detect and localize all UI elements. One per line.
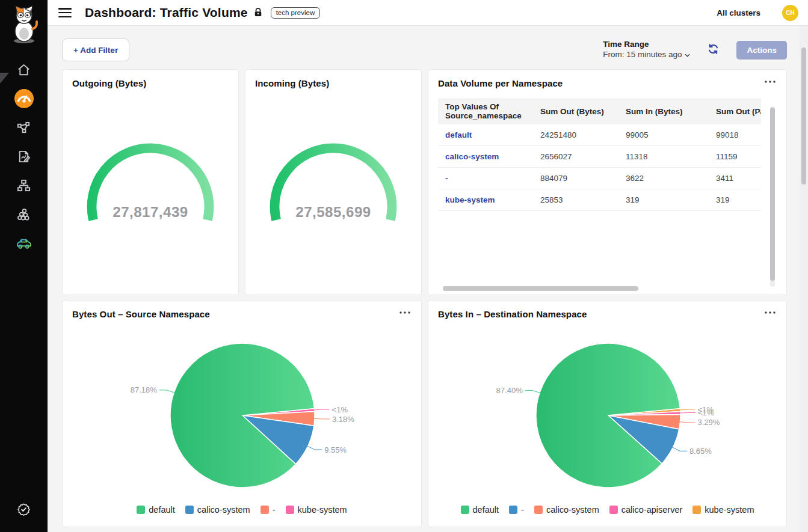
card-outgoing-bytes: Outgoing (Bytes) 27,817,439	[62, 69, 239, 295]
more-options-icon[interactable]	[398, 309, 412, 316]
pie-label: 9.55%	[324, 445, 347, 454]
sidebar	[0, 0, 48, 532]
namespace-link[interactable]: default	[438, 124, 533, 146]
sidebar-item-topology[interactable]	[0, 171, 48, 200]
pie-label-line	[525, 390, 541, 393]
card-incoming-bytes: Incoming (Bytes) 27,585,699	[245, 69, 422, 295]
table-row: -88407936223411	[438, 168, 761, 189]
legend-swatch	[509, 506, 517, 514]
pie-label: 8.65%	[689, 447, 712, 456]
table-vertical-scrollbar[interactable]	[770, 106, 775, 287]
pie-label: <1%	[332, 405, 348, 414]
legend-item-calico-apiserver[interactable]: calico-apiserver	[609, 505, 683, 515]
table-row: kube-system25853319319	[438, 189, 761, 211]
table-row: default242514809900599018	[438, 124, 761, 146]
legend-item-default[interactable]: default	[461, 505, 499, 515]
card-bytes-out-pie: Bytes Out – Source Namespace <1%3.18%9.5…	[62, 300, 422, 527]
table-cell: 3622	[618, 168, 709, 189]
namespace-table: Top Values Of Source_namespaceSum Out (B…	[438, 98, 761, 211]
legend-label: kube-system	[298, 505, 347, 515]
table-column-header: Sum Out (Packet	[709, 98, 761, 124]
sidebar-item-clusters[interactable]	[0, 200, 48, 228]
card-title: Data Volume per Namespace	[438, 78, 563, 88]
legend-label: default	[473, 505, 499, 515]
table-row: calico-system26560271131811159	[438, 146, 761, 168]
pie-chart-bytes-out[interactable]: <1%3.18%9.55%87.18%	[72, 320, 413, 504]
refresh-icon	[707, 48, 720, 57]
cluster-icon	[17, 207, 31, 221]
pie-label-line	[679, 409, 695, 410]
avatar[interactable]: CH	[782, 5, 798, 21]
card-title: Incoming (Bytes)	[255, 78, 412, 88]
legend-swatch	[461, 506, 469, 514]
card-data-volume-table: Data Volume per Namespace Top Values Of …	[428, 69, 787, 295]
time-range-dropdown[interactable]: From: 15 minutes ago	[603, 50, 690, 60]
pie-label-line	[679, 413, 695, 414]
top-header: Dashboard: Traffic Volume tech preview A…	[48, 0, 808, 26]
pie-label-line	[313, 418, 330, 419]
sidebar-item-compliance[interactable]	[0, 495, 48, 524]
legend-item-kube-system[interactable]: kube-system	[692, 505, 754, 515]
service-graph-icon	[17, 121, 31, 135]
sidebar-item-car[interactable]	[0, 228, 48, 257]
car-icon	[16, 237, 32, 249]
sidebar-item-dashboards[interactable]	[0, 84, 48, 113]
more-options-icon[interactable]	[763, 78, 777, 85]
legend-item--[interactable]: -	[509, 505, 524, 515]
pie-label-line	[679, 422, 695, 423]
pie-label: 3.29%	[698, 418, 720, 427]
legend-swatch	[609, 506, 618, 514]
card-title: Bytes In – Destination Namespace	[438, 309, 587, 319]
hamburger-menu-icon[interactable]	[58, 8, 72, 17]
legend-label: calico-system	[546, 505, 599, 515]
legend-label: kube-system	[705, 505, 754, 515]
table-cell: 884079	[533, 168, 618, 189]
namespace-link[interactable]: kube-system	[438, 189, 533, 211]
actions-button[interactable]: Actions	[736, 41, 787, 60]
table-horizontal-scrollbar[interactable]	[438, 286, 768, 291]
more-options-icon[interactable]	[763, 309, 777, 316]
legend-item-calico-system[interactable]: calico-system	[185, 505, 250, 515]
dashboard-gauge-icon	[14, 88, 34, 109]
namespace-link[interactable]: calico-system	[438, 146, 533, 168]
sidebar-item-service-graph[interactable]	[0, 113, 48, 142]
table-cell: 11159	[709, 146, 761, 168]
tech-preview-badge: tech preview	[271, 7, 321, 19]
pie-label: 87.40%	[496, 386, 523, 395]
filter-toolbar: + Add Filter Time Range From: 15 minutes…	[62, 38, 787, 61]
table-cell: 319	[618, 189, 709, 211]
table-column-header: Sum Out (Bytes)	[533, 98, 618, 124]
legend-item-calico-system[interactable]: calico-system	[534, 505, 599, 515]
topology-icon	[17, 179, 31, 192]
legend-item-kube-system[interactable]: kube-system	[286, 505, 347, 515]
report-icon	[17, 150, 31, 164]
pie-label-line	[313, 409, 330, 410]
pie-label: 3.18%	[332, 415, 354, 424]
legend-item-default[interactable]: default	[137, 505, 175, 515]
table-cell: 99005	[618, 124, 709, 146]
legend-item--[interactable]: -	[261, 505, 276, 515]
sidebar-item-reports[interactable]	[0, 142, 48, 171]
page-vertical-scrollbar[interactable]	[800, 26, 808, 532]
pie-label-line	[307, 446, 322, 450]
sidebar-notch	[0, 73, 9, 84]
namespace-link[interactable]: -	[438, 168, 533, 189]
legend-swatch	[692, 506, 701, 514]
legend-label: calico-apiserver	[621, 505, 683, 515]
table-cell: 99018	[709, 124, 761, 146]
legend-swatch	[534, 506, 543, 514]
cluster-selector[interactable]: All clusters	[717, 8, 760, 17]
add-filter-button[interactable]: + Add Filter	[62, 38, 129, 61]
refresh-button[interactable]	[706, 41, 721, 58]
gauge-value: 27,817,439	[113, 204, 188, 220]
legend-swatch	[185, 506, 194, 514]
pie-label-line	[672, 447, 687, 451]
cat-logo[interactable]	[8, 5, 40, 44]
pie-chart-bytes-in[interactable]: <1%<1%3.29%8.65%87.40%	[438, 320, 778, 504]
table-cell: 25853	[533, 189, 618, 211]
gauge-chart-outgoing: 27,817,439	[72, 88, 229, 286]
cards-row-2: Bytes Out – Source Namespace <1%3.18%9.5…	[62, 300, 787, 527]
pie-label: 87.18%	[131, 385, 158, 394]
cards-row-1: Outgoing (Bytes) 27,817,439 Incoming (By…	[62, 69, 787, 295]
table-cell: 319	[709, 189, 761, 211]
